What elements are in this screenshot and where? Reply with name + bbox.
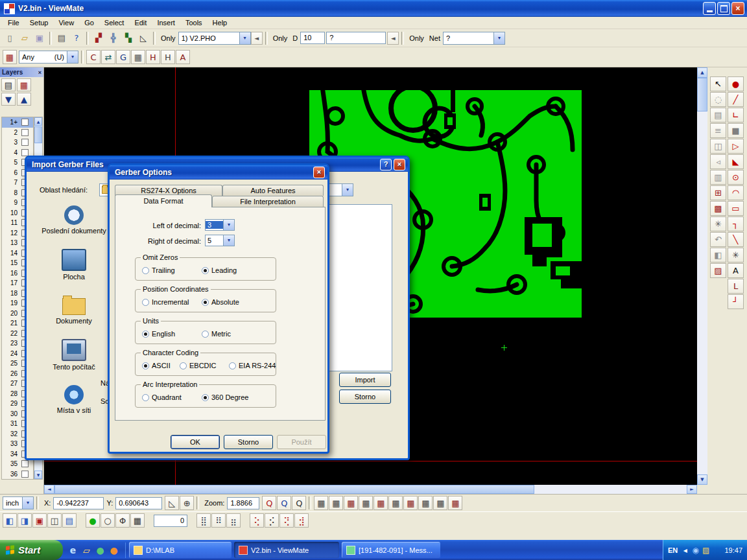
layer-row[interactable]: 2 <box>2 128 33 138</box>
scroll-down-icon[interactable]: ▼ <box>697 474 707 485</box>
right-of-decimal-combo[interactable]: 5 ▾ <box>205 235 235 246</box>
tab-auto-features[interactable]: Auto Features <box>222 185 324 196</box>
taskbar-task-191-482-091-mess[interactable]: [191-482-091] - Mess... <box>342 542 440 558</box>
layer-row[interactable]: 3 <box>2 137 33 148</box>
pads-pattern-4-icon[interactable]: ⣺ <box>294 513 309 528</box>
radio-absolute[interactable]: Absolute <box>202 298 267 306</box>
place-tento-po-ta[interactable]: Tento počítač <box>34 339 113 371</box>
rotate-tool-icon[interactable]: ↶ <box>710 232 726 247</box>
list-tool-icon[interactable]: ≡ <box>710 123 726 138</box>
layer-stack-icon[interactable]: ▤ <box>1 78 16 91</box>
sheet-red-icon[interactable]: ▣ <box>32 513 47 528</box>
grid-icon-2[interactable]: ▦ <box>329 496 343 510</box>
scroll-up-icon[interactable]: ▲ <box>34 117 42 126</box>
prev-tool-icon[interactable]: ◃ <box>710 154 726 169</box>
layer-color-swatch[interactable] <box>21 139 29 146</box>
layers-panel-titlebar[interactable]: Layers × <box>0 67 43 77</box>
sheet-swap-icon[interactable]: ◫ <box>47 513 62 528</box>
window-titlebar[interactable]: V2.bin - ViewMate × <box>0 0 747 17</box>
print-icon[interactable]: ▤ <box>54 31 69 45</box>
text-a-icon[interactable]: A <box>176 50 190 64</box>
y-coordinate-field[interactable]: 0.690643 <box>115 497 162 509</box>
start-button[interactable]: Start <box>0 540 63 560</box>
menu-setup[interactable]: Setup <box>25 18 54 27</box>
menu-file[interactable]: File <box>3 18 25 27</box>
scroll-down-icon[interactable]: ▼ <box>34 471 42 479</box>
file-combo[interactable]: 1) V2.PHO ▾ <box>178 32 251 45</box>
shade-tool-icon[interactable]: ▨ <box>710 263 726 278</box>
pads-pattern-2-icon[interactable]: ⡪ <box>265 513 279 528</box>
rect-tool-icon[interactable]: ▭ <box>728 201 744 216</box>
select-group-icon[interactable]: ▚ <box>121 31 136 45</box>
prev-file-button[interactable]: ◄ <box>251 32 263 45</box>
unit-combo[interactable]: inch ▾ <box>3 496 34 509</box>
scroll-up-icon[interactable]: ▲ <box>697 67 707 78</box>
dots-pattern-2-icon[interactable]: ⠿ <box>211 513 226 528</box>
layer-aperture-icon[interactable]: ▦ <box>17 78 31 91</box>
mirror-tool-icon[interactable]: ◫ <box>710 139 726 154</box>
scrollbar-thumb[interactable] <box>697 78 707 111</box>
star-tool-icon[interactable]: ✳ <box>710 216 726 231</box>
chevron-down-icon[interactable]: ▾ <box>223 235 234 246</box>
scrollbar-thumb[interactable] <box>54 485 534 494</box>
dots-pattern-3-icon[interactable]: ⣶ <box>226 513 241 528</box>
hatch-tool-icon[interactable]: ▩ <box>710 201 726 216</box>
radio-incremental[interactable]: Incremental <box>142 298 202 306</box>
taskbar-task-d-mlab[interactable]: D:\MLAB <box>129 542 231 558</box>
close-button[interactable]: × <box>394 159 405 170</box>
chevron-down-icon[interactable]: ▾ <box>342 184 353 196</box>
layer-row[interactable]: 36 <box>2 469 33 480</box>
chevron-down-icon[interactable]: ▾ <box>239 32 250 44</box>
menu-insert[interactable]: Insert <box>152 18 180 27</box>
flash-tool-icon[interactable]: ✳ <box>728 248 744 262</box>
backslash-tool-icon[interactable]: ╲ <box>728 232 744 247</box>
grid-icon-9[interactable]: ▦ <box>433 496 447 510</box>
ie-icon[interactable]: e <box>67 543 79 557</box>
radio-trailing[interactable]: Trailing <box>142 266 202 274</box>
exchange-icon[interactable]: ⇄ <box>101 50 115 64</box>
select-net-icon[interactable]: ╬ <box>106 31 121 45</box>
restore-button[interactable] <box>717 2 730 15</box>
close-button[interactable]: × <box>313 167 325 178</box>
letter-l-tool-icon[interactable]: L <box>728 279 744 294</box>
ok-button[interactable]: OK <box>171 435 220 449</box>
aperture-type-combo[interactable]: Any (U) ▾ <box>19 51 78 64</box>
tab-data-format[interactable]: Data Format <box>115 194 212 207</box>
grid-icon-4[interactable]: ▦ <box>359 496 373 510</box>
triangle-tool-icon[interactable]: ◣ <box>728 154 744 169</box>
sheet-front-icon[interactable]: ◧ <box>3 513 17 528</box>
grid-mode-icon[interactable]: ▦ <box>131 50 145 64</box>
radio-ebcdic[interactable]: EBCDIC <box>180 362 229 369</box>
cursor-tool-icon[interactable]: ↖ <box>710 76 726 91</box>
menu-view[interactable]: View <box>53 18 79 27</box>
layer-color-swatch[interactable] <box>21 471 29 478</box>
select-dcode-icon[interactable]: ▞ <box>91 31 106 45</box>
place-dokumenty[interactable]: Dokumenty <box>34 295 113 325</box>
gerber-dialog-titlebar[interactable]: Gerber Options × <box>110 165 327 180</box>
grid-icon-5[interactable]: ▦ <box>374 496 388 510</box>
storno-button[interactable]: Storno <box>224 435 273 449</box>
circle-mode-icon[interactable]: ○ <box>101 513 115 528</box>
grid-icon-10[interactable]: ▦ <box>448 496 462 510</box>
chevron-down-icon[interactable]: ▾ <box>67 51 78 63</box>
menu-edit[interactable]: Edit <box>129 18 152 27</box>
context-help-icon[interactable]: ? <box>69 31 84 45</box>
prev-d-button[interactable]: ◄ <box>387 32 399 45</box>
radio-ascii[interactable]: ASCII <box>142 362 180 369</box>
chevron-down-icon[interactable]: ▾ <box>223 220 234 230</box>
dots-pattern-1-icon[interactable]: ⣿ <box>196 513 211 528</box>
tab-file-interpretation[interactable]: File Interpretation <box>212 196 324 207</box>
layer-color-swatch[interactable] <box>21 149 29 156</box>
route-tool-icon[interactable]: ▷ <box>728 139 744 154</box>
chevron-down-icon[interactable]: ▾ <box>22 497 33 509</box>
hide-tray-icons-icon[interactable]: ◂ <box>680 544 690 556</box>
measure-diagonal-icon[interactable]: ◺ <box>165 496 179 510</box>
layer-color-swatch[interactable] <box>21 119 29 126</box>
move-layer-down-icon[interactable]: ▼ <box>1 93 16 106</box>
grid-icon-8[interactable]: ▦ <box>418 496 433 510</box>
layer-color-swatch[interactable] <box>21 460 29 467</box>
radio-metric[interactable]: Metric <box>202 330 267 338</box>
grid-small-icon[interactable]: ▦ <box>130 513 145 528</box>
sheet-all-icon[interactable]: ▤ <box>62 513 77 528</box>
storno-button[interactable]: Storno <box>339 390 391 404</box>
